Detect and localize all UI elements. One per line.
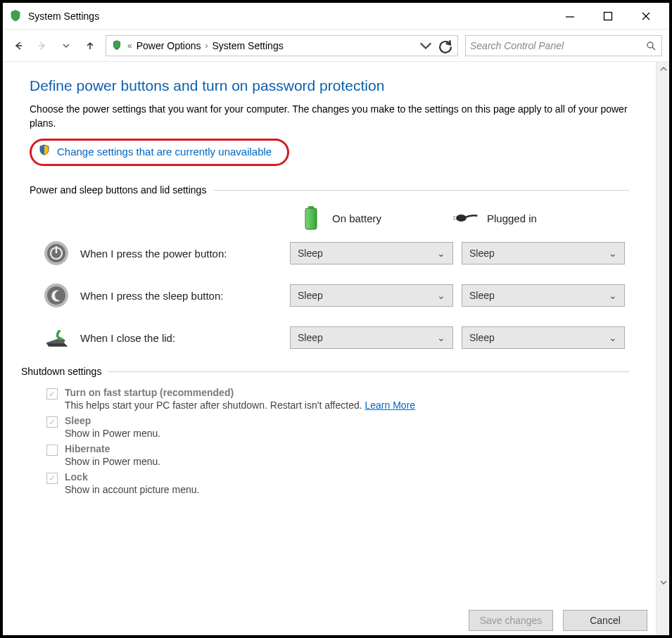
minimize-button[interactable] [551, 6, 589, 27]
checkbox-description: This helps start your PC faster after sh… [65, 400, 415, 411]
checkbox-lock: Lock Show in account picture menu. [46, 471, 629, 495]
column-label: On battery [332, 212, 381, 224]
checkbox-description: Show in Power menu. [65, 456, 160, 467]
select-close-lid-battery[interactable]: Sleep ⌄ [290, 326, 453, 349]
client-area: Define power buttons and turn on passwor… [3, 62, 669, 635]
breadcrumb-bar[interactable]: « Power Options › System Settings [106, 35, 458, 56]
uac-elevate-link-highlight: Change settings that are currently unava… [30, 139, 289, 166]
power-row-sleep-button: When I press the sleep button: Sleep ⌄ S… [30, 281, 629, 310]
select-value: Sleep [469, 332, 495, 343]
recent-locations-button[interactable] [58, 35, 75, 56]
divider [213, 190, 629, 191]
svg-point-18 [47, 286, 65, 305]
footer-buttons: Save changes Cancel [469, 610, 647, 631]
checkbox-label: Hibernate [65, 443, 160, 454]
battery-icon [298, 205, 324, 231]
location-icon [110, 39, 123, 52]
chevron-down-icon: ⌄ [609, 332, 617, 343]
breadcrumb-ellipsis[interactable]: « [127, 41, 132, 51]
checkbox[interactable] [46, 473, 58, 484]
power-row-close-lid: When I close the lid: Sleep ⌄ Sleep ⌄ [30, 324, 629, 352]
row-label: When I press the sleep button: [80, 290, 223, 302]
chevron-down-icon: ⌄ [437, 290, 445, 301]
sleep-button-icon [42, 281, 70, 310]
cancel-button[interactable]: Cancel [563, 610, 647, 631]
checkbox-description: Show in Power menu. [65, 428, 160, 439]
section-heading: Power and sleep buttons and lid settings [30, 184, 213, 196]
checkbox-label: Lock [65, 471, 199, 483]
vertical-scrollbar[interactable] [656, 62, 669, 635]
page-title: Define power buttons and turn on passwor… [30, 77, 629, 94]
search-icon[interactable] [644, 41, 657, 51]
section-power-sleep: Power and sleep buttons and lid settings… [30, 184, 629, 352]
refresh-button[interactable] [438, 37, 453, 54]
svg-line-7 [652, 47, 655, 50]
breadcrumb-segment[interactable]: Power Options [137, 40, 201, 51]
select-sleep-button-battery[interactable]: Sleep ⌄ [290, 284, 453, 307]
chevron-down-icon: ⌄ [609, 290, 617, 301]
svg-point-6 [647, 42, 653, 48]
search-box[interactable] [465, 35, 662, 56]
address-bar-row: « Power Options › System Settings [3, 30, 669, 62]
scroll-down-button[interactable] [657, 575, 670, 589]
chevron-down-icon: ⌄ [437, 248, 445, 259]
forward-button[interactable] [34, 35, 51, 56]
checkbox-label: Sleep [65, 415, 160, 426]
breadcrumb-separator-icon: › [205, 41, 208, 51]
svg-rect-1 [604, 12, 612, 20]
content-pane: Define power buttons and turn on passwor… [3, 62, 656, 635]
checkbox[interactable] [46, 416, 58, 428]
app-icon [8, 9, 23, 23]
close-button[interactable] [627, 6, 665, 27]
column-label: Plugged in [487, 212, 537, 224]
search-input[interactable] [470, 40, 644, 51]
breadcrumb-segment[interactable]: System Settings [213, 40, 284, 51]
checkbox[interactable] [46, 445, 58, 456]
divider [108, 371, 629, 372]
section-header: Power and sleep buttons and lid settings [30, 184, 629, 196]
section-header: Shutdown settings [21, 366, 629, 377]
section-heading: Shutdown settings [21, 366, 108, 377]
chevron-down-icon: ⌄ [437, 332, 445, 343]
select-sleep-button-plugged[interactable]: Sleep ⌄ [462, 284, 625, 307]
checkbox-description: Show in account picture menu. [65, 484, 199, 495]
power-columns-header: On battery Plugged in [30, 205, 629, 231]
checkbox-hibernate: Hibernate Show in Power menu. [46, 443, 629, 467]
section-shutdown: Shutdown settings Turn on fast startup (… [30, 366, 629, 495]
up-button[interactable] [82, 35, 99, 56]
column-on-battery: On battery [277, 205, 440, 231]
breadcrumb-dropdown-button[interactable] [418, 37, 433, 54]
select-value: Sleep [469, 248, 495, 259]
page-description: Choose the power settings that you want … [30, 103, 629, 130]
checkbox[interactable] [46, 388, 58, 400]
select-power-button-plugged[interactable]: Sleep ⌄ [462, 242, 625, 264]
select-value: Sleep [469, 290, 495, 301]
row-label: When I press the power button: [80, 248, 227, 260]
back-button[interactable] [10, 35, 27, 56]
select-value: Sleep [298, 290, 323, 301]
maximize-button[interactable] [589, 6, 627, 27]
column-plugged-in: Plugged in [449, 205, 612, 231]
title-bar: System Settings [3, 3, 669, 30]
lid-icon [42, 324, 70, 352]
window-title: System Settings [28, 11, 99, 22]
save-button[interactable]: Save changes [469, 610, 553, 631]
power-button-icon [42, 239, 70, 267]
learn-more-link[interactable]: Learn More [365, 400, 416, 411]
select-close-lid-plugged[interactable]: Sleep ⌄ [462, 326, 625, 349]
checkbox-sleep: Sleep Show in Power menu. [46, 415, 629, 439]
svg-point-10 [456, 215, 467, 222]
power-row-power-button: When I press the power button: Sleep ⌄ S… [30, 239, 629, 267]
chevron-down-icon: ⌄ [609, 248, 617, 259]
select-value: Sleep [298, 332, 323, 343]
svg-rect-9 [305, 208, 317, 229]
plug-icon [453, 205, 478, 231]
shield-icon [37, 143, 51, 160]
select-value: Sleep [298, 248, 323, 259]
row-label: When I close the lid: [80, 332, 175, 344]
select-power-button-battery[interactable]: Sleep ⌄ [290, 242, 453, 264]
scroll-up-button[interactable] [657, 62, 670, 75]
checkbox-fast-startup: Turn on fast startup (recommended) This … [46, 387, 629, 411]
uac-elevate-link[interactable]: Change settings that are currently unava… [57, 146, 272, 158]
checkbox-label: Turn on fast startup (recommended) [65, 387, 415, 398]
